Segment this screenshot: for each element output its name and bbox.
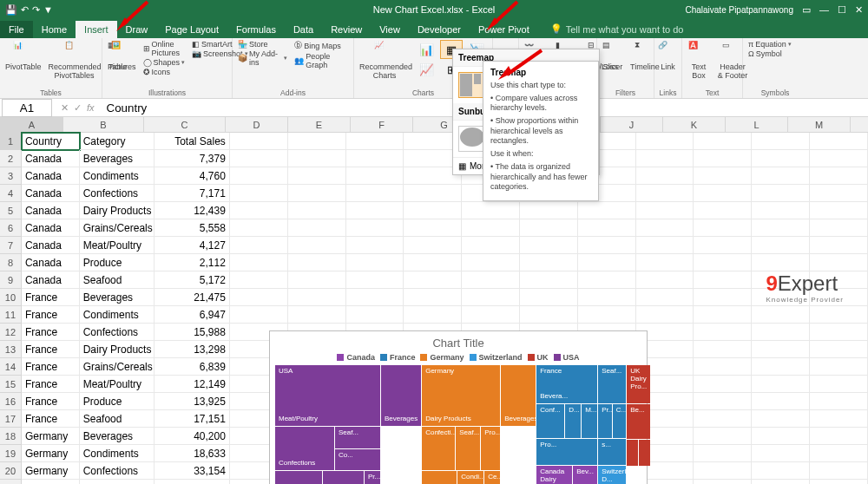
tab-home[interactable]: Home (33, 21, 76, 38)
row-header[interactable]: 12 (0, 324, 22, 341)
store-button[interactable]: 🏪Store (236, 40, 289, 49)
cell[interactable] (694, 480, 752, 484)
cell[interactable] (810, 254, 868, 271)
minimize-icon[interactable]: — (819, 4, 829, 15)
row-header[interactable]: 2 (0, 150, 22, 167)
cell[interactable] (694, 393, 752, 410)
row-header[interactable]: 14 (0, 358, 22, 376)
cell[interactable]: Produce (80, 254, 155, 271)
cell[interactable]: Germany (22, 428, 80, 445)
col-header-a[interactable]: A (1, 117, 63, 132)
cell[interactable] (230, 219, 288, 237)
cell[interactable] (694, 341, 752, 358)
cell[interactable]: Meat/Poultry (80, 376, 155, 393)
recommended-pivottables-button[interactable]: 📋Recommended PivotTables (47, 40, 102, 81)
shapes-button[interactable]: ◯Shapes▾ (141, 58, 187, 67)
cell[interactable] (520, 219, 578, 237)
ribbon-options-icon[interactable]: ▭ (802, 4, 811, 16)
cell[interactable] (694, 167, 752, 185)
row-header[interactable]: 17 (0, 410, 22, 428)
cell[interactable]: Condiments (80, 306, 155, 324)
col-header-j[interactable]: J (601, 117, 663, 132)
cell[interactable]: 15,988 (155, 324, 230, 341)
tab-developer[interactable]: Developer (409, 21, 470, 38)
tab-insert[interactable]: Insert (76, 21, 117, 38)
name-box[interactable] (2, 99, 52, 117)
cell[interactable] (462, 289, 520, 306)
cell[interactable] (346, 306, 404, 324)
cell[interactable]: Beverages (80, 150, 155, 167)
cell[interactable] (810, 167, 868, 185)
row-header[interactable]: 21 (0, 480, 22, 484)
cell[interactable] (520, 271, 578, 289)
cell[interactable] (752, 462, 810, 480)
cell[interactable] (752, 185, 810, 202)
cell[interactable] (404, 271, 462, 289)
cell[interactable]: Seafood (80, 271, 155, 289)
cell[interactable]: 33,154 (155, 462, 230, 480)
cell[interactable] (694, 462, 752, 480)
cell[interactable] (752, 410, 810, 428)
maximize-icon[interactable]: ☐ (838, 4, 846, 16)
cell[interactable] (752, 428, 810, 445)
treemap-chart[interactable]: Chart Title Canada France Germany Switze… (269, 330, 648, 484)
col-header-c[interactable]: C (144, 117, 226, 132)
cell[interactable] (810, 445, 868, 462)
tab-draw[interactable]: Draw (117, 21, 157, 38)
cell[interactable] (752, 254, 810, 271)
cell[interactable] (694, 306, 752, 324)
row-header[interactable]: 3 (0, 167, 22, 185)
cell[interactable] (752, 445, 810, 462)
cell[interactable] (694, 289, 752, 306)
cell[interactable] (752, 393, 810, 410)
cell[interactable] (346, 237, 404, 254)
cell[interactable]: France (22, 376, 80, 393)
chart-line-button[interactable]: 📈 (415, 60, 437, 79)
cell[interactable] (810, 462, 868, 480)
cell[interactable] (288, 237, 346, 254)
cell[interactable] (230, 167, 288, 185)
cell[interactable]: 13,298 (155, 341, 230, 358)
tab-view[interactable]: View (371, 21, 409, 38)
cell[interactable] (752, 341, 810, 358)
cell[interactable] (230, 289, 288, 306)
cell[interactable]: Canada (22, 237, 80, 254)
cell[interactable] (520, 306, 578, 324)
cell[interactable] (288, 150, 346, 167)
cell[interactable] (520, 254, 578, 271)
cell[interactable] (346, 219, 404, 237)
cell[interactable]: 6,947 (155, 306, 230, 324)
cell[interactable]: Canada (22, 150, 80, 167)
cell[interactable] (752, 133, 810, 150)
cell[interactable] (288, 289, 346, 306)
cell[interactable]: Seafood (80, 410, 155, 428)
cell[interactable] (810, 133, 868, 150)
cell[interactable] (578, 271, 636, 289)
cell[interactable]: Produce (80, 393, 155, 410)
cell[interactable] (404, 289, 462, 306)
close-icon[interactable]: ✕ (855, 4, 863, 16)
col-header-e[interactable]: E (288, 117, 351, 132)
fx-icon[interactable]: fx (87, 102, 95, 114)
cell[interactable]: Country (22, 133, 80, 150)
row-header[interactable]: 20 (0, 462, 22, 480)
cell[interactable] (752, 324, 810, 341)
cell[interactable] (346, 133, 404, 150)
cell[interactable] (636, 219, 694, 237)
cell[interactable] (810, 393, 868, 410)
cell[interactable] (80, 480, 155, 484)
cell[interactable] (636, 289, 694, 306)
cell[interactable] (288, 202, 346, 219)
cell[interactable] (694, 185, 752, 202)
cell[interactable] (462, 219, 520, 237)
cell[interactable] (694, 410, 752, 428)
row-header[interactable]: 7 (0, 237, 22, 254)
textbox-button[interactable]: 🅰️Text Box (686, 40, 712, 81)
cell[interactable] (752, 202, 810, 219)
cell[interactable] (230, 133, 288, 150)
cell[interactable] (694, 428, 752, 445)
cell[interactable] (520, 202, 578, 219)
tab-file[interactable]: File (0, 21, 33, 38)
cell[interactable]: 7,379 (155, 150, 230, 167)
cell[interactable] (810, 324, 868, 341)
